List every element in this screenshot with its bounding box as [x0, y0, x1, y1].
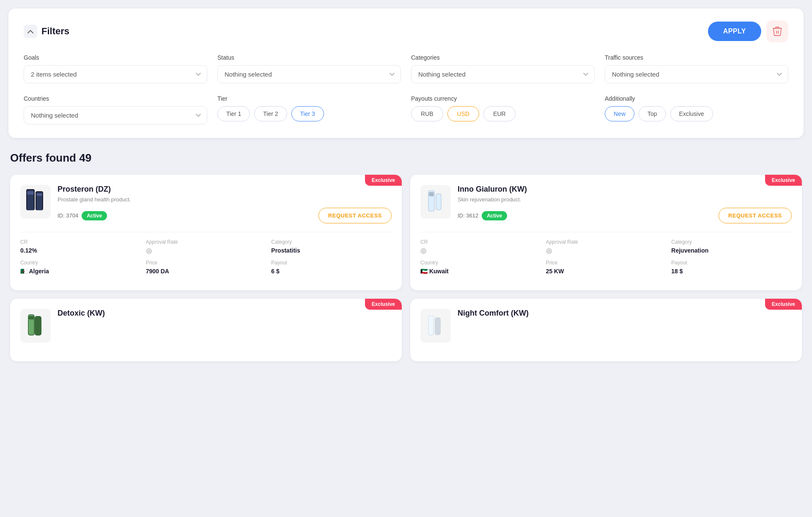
stat-approval-2: Approval Rate ◎: [546, 239, 667, 255]
stat-payout-1: Payout 6 $: [271, 260, 392, 275]
offer-stats-row-1b: Country 🇩🇿 Algeria Price 7900 DA Payout …: [20, 260, 392, 275]
payout-currency-label: Payouts currency: [411, 95, 595, 102]
approval-label-2: Approval Rate: [546, 239, 667, 245]
approval-value-1: ◎: [146, 247, 152, 254]
svg-rect-8: [429, 192, 434, 196]
status-select[interactable]: Nothing selected: [217, 65, 401, 83]
offer-id-row-2: ID: 3612 Active REQUEST ACCESS: [458, 208, 792, 223]
cr-value-1: 0.12%: [20, 247, 37, 254]
stat-cr-2: CR ◎: [420, 239, 541, 255]
offer-desc-2: Skin rejuvenation product.: [458, 196, 792, 203]
category-value-1: Prostatitis: [271, 247, 300, 254]
active-badge-2: Active: [482, 211, 507, 220]
offer-id-1: ID: 3704: [58, 212, 78, 219]
tier-filter: Tier Tier 1 Tier 2 Tier 3: [217, 95, 401, 121]
categories-filter: Categories Nothing selected: [411, 54, 595, 83]
country-label-2: Country: [420, 260, 541, 266]
top-button[interactable]: Top: [639, 106, 666, 121]
payout-currency-filter: Payouts currency RUB USD EUR: [411, 95, 595, 121]
additionally-buttons: New Top Exclusive: [605, 106, 788, 121]
status-label: Status: [217, 54, 401, 61]
stat-country-2: Country 🇰🇼 Kuwait: [420, 260, 541, 275]
filter-row-2: Countries Nothing selected Tier Tier 1 T…: [24, 95, 788, 124]
filters-actions: APPLY: [708, 20, 788, 42]
offer-image-2: [420, 185, 451, 219]
offers-heading: Offers found 49: [10, 151, 802, 165]
price-label-1: Price: [146, 260, 266, 266]
exclusive-button[interactable]: Exclusive: [670, 106, 713, 121]
new-button[interactable]: New: [605, 106, 634, 121]
additionally-label: Additionally: [605, 95, 788, 102]
offer-top-4: Night Comfort (KW): [420, 309, 792, 343]
stat-cr-1: CR 0.12%: [20, 239, 141, 255]
offer-info-4: Night Comfort (KW): [458, 309, 792, 320]
offer-stats-row-1a: CR 0.12% Approval Rate ◎ Category Prosta…: [20, 239, 392, 255]
cr-label-2: CR: [420, 239, 541, 245]
countries-select[interactable]: Nothing selected: [24, 106, 207, 124]
offer-desc-1: Prostate gland health product.: [58, 196, 392, 203]
traffic-sources-filter: Traffic sources Nothing selected: [605, 54, 788, 83]
offer-top-1: Prosteron (DZ) Prostate gland health pro…: [20, 185, 392, 223]
offer-image-3: [20, 309, 51, 343]
svg-rect-17: [435, 317, 441, 335]
exclusive-badge-2: Exclusive: [765, 175, 802, 186]
offer-name-2: Inno Gialuron (KW): [458, 185, 792, 194]
traffic-sources-select[interactable]: Nothing selected: [605, 65, 788, 83]
categories-label: Categories: [411, 54, 595, 61]
tier-3-button[interactable]: Tier 3: [291, 106, 324, 121]
filters-title-wrap: Filters: [24, 25, 69, 38]
eur-button[interactable]: EUR: [483, 106, 516, 121]
filter-row-1: Goals 2 items selected Status Nothing se…: [24, 54, 788, 83]
offer-top-2: Inno Gialuron (KW) Skin rejuvenation pro…: [420, 185, 792, 223]
apply-button[interactable]: APPLY: [708, 22, 761, 41]
offer-card-detoxic: Exclusive Detoxic (KW): [10, 299, 402, 361]
country-value-2: 🇰🇼 Kuwait: [420, 268, 449, 275]
active-badge-1: Active: [82, 211, 107, 220]
usd-button[interactable]: USD: [447, 106, 480, 121]
delete-filters-button[interactable]: [766, 20, 788, 42]
offer-card-inno: Exclusive Inno Gialuron (KW) Skin rejuve…: [410, 175, 802, 290]
offer-top-3: Detoxic (KW): [20, 309, 392, 343]
country-value-1: 🇩🇿 Algeria: [20, 268, 49, 275]
payout-label-2: Payout: [671, 260, 792, 266]
tier-buttons: Tier 1 Tier 2 Tier 3: [217, 106, 401, 121]
approval-value-2: ◎: [546, 247, 552, 254]
countries-filter: Countries Nothing selected: [24, 95, 207, 124]
categories-select[interactable]: Nothing selected: [411, 65, 595, 83]
stat-price-1: Price 7900 DA: [146, 260, 266, 275]
svg-rect-13: [29, 316, 34, 319]
offer-image-1: [20, 185, 51, 219]
offer-stats-row-2b: Country 🇰🇼 Kuwait Price 25 KW Payout 18 …: [420, 260, 792, 275]
rub-button[interactable]: RUB: [411, 106, 443, 121]
traffic-sources-label: Traffic sources: [605, 54, 788, 61]
stat-country-1: Country 🇩🇿 Algeria: [20, 260, 141, 275]
svg-rect-10: [436, 194, 441, 209]
tier-2-button[interactable]: Tier 2: [254, 106, 287, 121]
cr-value-2: ◎: [420, 247, 426, 254]
stat-category-1: Category Prostatitis: [271, 239, 392, 255]
offer-name-4: Night Comfort (KW): [458, 309, 792, 318]
payout-value-2: 18 $: [671, 268, 683, 275]
offer-id-status-2: ID: 3612 Active: [458, 211, 507, 220]
price-value-1: 7900 DA: [146, 268, 169, 275]
offer-id-row-1: ID: 3704 Active REQUEST ACCESS: [58, 208, 392, 223]
collapse-filters-icon[interactable]: [24, 25, 37, 38]
additionally-filter: Additionally New Top Exclusive: [605, 95, 788, 121]
svg-rect-14: [35, 316, 41, 336]
request-access-button-2[interactable]: REQUEST ACCESS: [719, 208, 792, 223]
offer-id-2: ID: 3612: [458, 212, 478, 219]
exclusive-badge-1: Exclusive: [365, 175, 402, 186]
offers-grid: Exclusive Prosteron (DZ) Prostate gland …: [10, 175, 802, 361]
category-label-2: Category: [671, 239, 792, 245]
goals-select[interactable]: 2 items selected: [24, 65, 207, 83]
request-access-button-1[interactable]: REQUEST ACCESS: [318, 208, 392, 223]
stat-approval-1: Approval Rate ◎: [146, 239, 266, 255]
currency-buttons: RUB USD EUR: [411, 106, 595, 121]
tier-1-button[interactable]: Tier 1: [217, 106, 250, 121]
svg-rect-16: [429, 316, 433, 335]
goals-label: Goals: [24, 54, 207, 61]
offer-image-4: [420, 309, 451, 343]
offer-stats-row-2a: CR ◎ Approval Rate ◎ Category Rejuvenati…: [420, 239, 792, 255]
offer-info-3: Detoxic (KW): [58, 309, 392, 320]
tier-label: Tier: [217, 95, 401, 102]
